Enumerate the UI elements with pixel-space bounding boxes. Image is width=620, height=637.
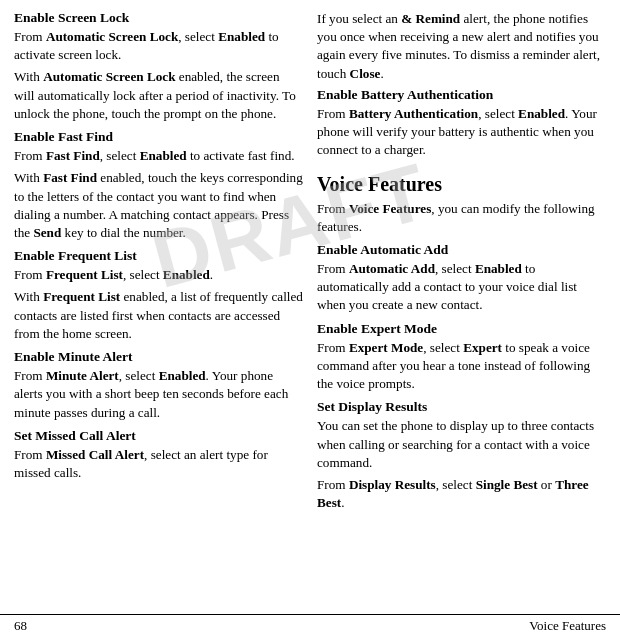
enable-frequent-list-p1: From Frequent List, select Enabled.: [14, 266, 303, 284]
set-missed-call-alert-heading: Set Missed Call Alert: [14, 428, 303, 444]
enable-fast-find-p1: From Fast Find, select Enabled to activa…: [14, 147, 303, 165]
remind-intro-paragraph: If you select an & Remind alert, the pho…: [317, 10, 606, 83]
enable-minute-alert-section: Enable Minute Alert From Minute Alert, s…: [14, 349, 303, 422]
enable-screen-lock-p1: From Automatic Screen Lock, select Enabl…: [14, 28, 303, 64]
page-container: DRAFT Enable Screen Lock From Automatic …: [0, 0, 620, 637]
set-missed-call-alert-p1: From Missed Call Alert, select an alert …: [14, 446, 303, 482]
enable-screen-lock-section: Enable Screen Lock From Automatic Screen…: [14, 10, 303, 123]
enable-minute-alert-p1: From Minute Alert, select Enabled. Your …: [14, 367, 303, 422]
enable-auto-add-section: Enable Automatic Add From Automatic Add,…: [317, 242, 606, 315]
enable-minute-alert-heading: Enable Minute Alert: [14, 349, 303, 365]
enable-screen-lock-heading: Enable Screen Lock: [14, 10, 303, 26]
enable-battery-auth-heading: Enable Battery Authentication: [317, 87, 606, 103]
enable-expert-mode-p1: From Expert Mode, select Expert to speak…: [317, 339, 606, 394]
set-display-results-heading: Set Display Results: [317, 399, 606, 415]
set-display-results-p1: You can set the phone to display up to t…: [317, 417, 606, 472]
section-title: Voice Features: [529, 618, 606, 634]
enable-auto-add-p1: From Automatic Add, select Enabled to au…: [317, 260, 606, 315]
voice-features-major-heading: Voice Features: [317, 172, 606, 196]
enable-auto-add-heading: Enable Automatic Add: [317, 242, 606, 258]
enable-expert-mode-section: Enable Expert Mode From Expert Mode, sel…: [317, 321, 606, 394]
enable-frequent-list-section: Enable Frequent List From Frequent List,…: [14, 248, 303, 343]
enable-fast-find-heading: Enable Fast Find: [14, 129, 303, 145]
enable-fast-find-section: Enable Fast Find From Fast Find, select …: [14, 129, 303, 242]
right-column: If you select an & Remind alert, the pho…: [317, 10, 606, 610]
voice-features-intro: From Voice Features, you can modify the …: [317, 200, 606, 236]
enable-battery-auth-section: Enable Battery Authentication From Batte…: [317, 87, 606, 160]
enable-battery-auth-p1: From Battery Authentication, select Enab…: [317, 105, 606, 160]
content-area: Enable Screen Lock From Automatic Screen…: [0, 0, 620, 614]
enable-frequent-list-heading: Enable Frequent List: [14, 248, 303, 264]
enable-expert-mode-heading: Enable Expert Mode: [317, 321, 606, 337]
enable-screen-lock-p2: With Automatic Screen Lock enabled, the …: [14, 68, 303, 123]
voice-features-section: Voice Features From Voice Features, you …: [317, 172, 606, 236]
enable-fast-find-p2: With Fast Find enabled, touch the keys c…: [14, 169, 303, 242]
footer-bar: 68 Voice Features: [0, 614, 620, 637]
set-missed-call-alert-section: Set Missed Call Alert From Missed Call A…: [14, 428, 303, 482]
set-display-results-p2: From Display Results, select Single Best…: [317, 476, 606, 512]
page-number: 68: [14, 618, 27, 634]
enable-frequent-list-p2: With Frequent List enabled, a list of fr…: [14, 288, 303, 343]
left-column: Enable Screen Lock From Automatic Screen…: [14, 10, 303, 610]
set-display-results-section: Set Display Results You can set the phon…: [317, 399, 606, 512]
